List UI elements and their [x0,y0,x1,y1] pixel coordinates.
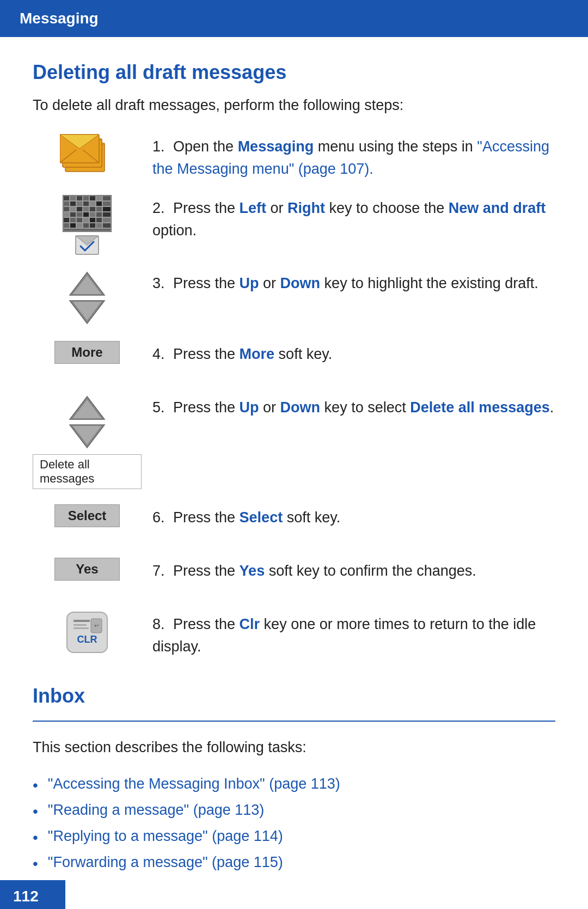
page-footer: 112 [0,880,65,909]
nav-updown-group-5: Delete all messages [33,394,142,489]
inbox-link-list: • "Accessing the Messaging Inbox" (page … [33,776,555,873]
envelopes-icon [60,133,114,179]
svg-rect-64 [74,624,87,626]
step3-down: Down [280,275,321,291]
svg-rect-65 [74,627,89,629]
nav-updown-group-3 [68,270,107,326]
svg-rect-19 [83,202,89,206]
svg-rect-39 [77,218,82,222]
svg-rect-48 [90,223,95,228]
svg-rect-9 [64,196,69,200]
svg-rect-35 [96,212,102,217]
step-icon-3 [33,270,152,326]
step1-link[interactable]: "Accessing the Messaging menu" (page 107… [152,138,549,177]
step1-messaging: Messaging [238,138,314,155]
svg-rect-17 [70,202,76,206]
yes-softkey-display: Yes [54,558,120,581]
step2-left: Left [240,200,267,216]
svg-rect-11 [77,196,82,200]
svg-rect-27 [90,207,95,211]
step-row-8: CLR ↩ 8. Press the Clr key one or more t… [33,611,555,657]
step5-down: Down [280,399,321,416]
intro-text: To delete all draft messages, perform th… [33,97,555,114]
svg-rect-12 [83,196,89,200]
step6-select: Select [240,509,283,526]
list-item-1: • "Accessing the Messaging Inbox" (page … [33,776,555,794]
svg-rect-42 [96,218,102,222]
svg-rect-18 [77,202,82,206]
svg-rect-47 [83,223,89,228]
svg-rect-45 [70,223,76,228]
nav-up-icon-5 [68,394,107,422]
bullet-4: • [33,855,38,873]
step-icon-1 [33,133,152,179]
step-num-4: 4. [152,346,165,362]
inbox-title: Inbox [33,685,555,707]
step-icon-7: Yes [33,558,152,581]
list-item-4: • "Forwarding a message" (page 115) [33,854,555,873]
nav-down-icon-5 [68,423,107,450]
bullet-2: • [33,803,38,820]
svg-rect-41 [90,218,95,222]
delete-all-label: Delete all messages [33,454,142,489]
step-num-5: 5. [152,399,165,416]
step-num-7: 7. [152,563,165,579]
step-icon-2 [33,195,152,255]
svg-rect-20 [90,202,95,206]
svg-rect-15 [103,196,111,200]
inbox-link-3[interactable]: "Replying to a message" (page 114) [48,828,283,845]
step-text-2: 2. Press the Left or Right key to choose… [152,195,555,241]
svg-rect-30 [64,212,69,217]
step-icon-8: CLR ↩ [33,611,152,654]
svg-rect-49 [96,223,102,228]
step2-newdraft: New and draft [449,200,546,216]
step-num-6: 6. [152,509,165,526]
step-row-5: Delete all messages 5. Press the Up or D… [33,394,555,489]
step-text-7: 7. Press the Yes soft key to confirm the… [152,558,555,582]
step-row-7: Yes 7. Press the Yes soft key to confirm… [33,558,555,596]
svg-rect-28 [96,207,102,211]
list-item-2: • "Reading a message" (page 113) [33,802,555,820]
svg-rect-50 [103,223,111,228]
clr-key-icon: CLR ↩ [66,611,108,654]
svg-rect-21 [96,202,102,206]
svg-rect-40 [83,218,89,222]
header-bar: Messaging [0,0,588,37]
svg-rect-23 [64,207,69,211]
step-row-4: More 4. Press the More soft key. [33,341,555,379]
step-icon-6: Select [33,504,152,527]
step-text-3: 3. Press the Up or Down key to highlight… [152,270,555,295]
step5-deleteall: Delete all messages [410,399,550,416]
step8-clr: Clr [240,616,260,632]
inbox-link-4[interactable]: "Forwarding a message" (page 115) [48,854,283,871]
svg-rect-46 [77,223,82,228]
svg-rect-37 [64,218,69,222]
step-row-3: 3. Press the Up or Down key to highlight… [33,270,555,326]
step7-yes: Yes [240,563,265,579]
svg-rect-26 [83,207,89,211]
svg-rect-25 [77,207,82,211]
step-num-1: 1. [152,138,165,155]
nav-down-icon [68,298,107,326]
bullet-3: • [33,829,38,846]
step-text-4: 4. Press the More soft key. [152,341,555,365]
svg-rect-24 [70,207,76,211]
svg-rect-32 [77,212,82,217]
bullet-1: • [33,777,38,794]
more-softkey-display: More [54,341,120,364]
svg-rect-43 [103,218,111,222]
inbox-link-2[interactable]: "Reading a message" (page 113) [48,802,264,819]
select-softkey-display: Select [54,504,120,527]
step4-more: More [240,346,275,362]
step5-up: Up [240,399,259,416]
step-num-3: 3. [152,275,165,291]
svg-rect-22 [103,202,111,206]
step-num-8: 8. [152,616,165,632]
step-text-6: 6. Press the Select soft key. [152,504,555,529]
svg-rect-14 [96,196,102,200]
svg-rect-31 [70,212,76,217]
inbox-link-1[interactable]: "Accessing the Messaging Inbox" (page 11… [48,776,340,792]
section-title: Deleting all draft messages [33,61,555,84]
svg-rect-13 [90,196,95,200]
step2-right: Right [287,200,325,216]
